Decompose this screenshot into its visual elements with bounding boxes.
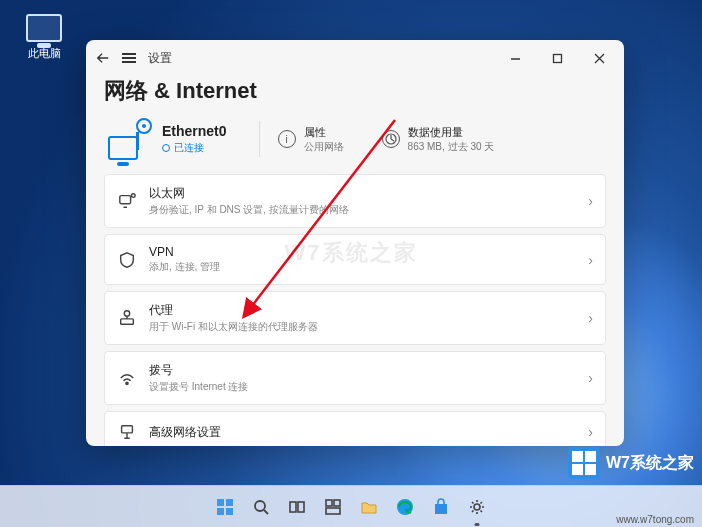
item-subtitle: 身份验证, IP 和 DNS 设置, 按流量计费的网络	[149, 203, 576, 217]
svg-rect-12	[226, 508, 233, 515]
desktop-icon-this-pc[interactable]: 此电脑	[14, 14, 74, 61]
item-proxy[interactable]: 代理用于 Wi-Fi 和以太网连接的代理服务器 ›	[104, 291, 606, 345]
svg-point-3	[132, 194, 136, 198]
search-button[interactable]	[246, 492, 276, 522]
close-button[interactable]	[578, 43, 620, 73]
svg-rect-10	[226, 499, 233, 506]
connection-status: 已连接	[162, 141, 227, 155]
data-usage-title: 数据使用量	[408, 125, 495, 140]
svg-rect-14	[290, 502, 296, 512]
widgets-button[interactable]	[318, 492, 348, 522]
desktop-icon-label: 此电脑	[14, 46, 74, 61]
settings-window: 设置 网络 & Internet Ethernet0 已连接 i 属性 公用网络	[86, 40, 624, 446]
window-title: 设置	[148, 50, 172, 67]
data-usage-subtitle: 863 MB, 过去 30 天	[408, 140, 495, 154]
connection-name: Ethernet0	[162, 123, 227, 139]
chevron-right-icon: ›	[588, 370, 593, 386]
svg-rect-7	[122, 426, 133, 433]
item-vpn[interactable]: VPN添加, 连接, 管理 ›	[104, 234, 606, 285]
watermark-url: www.w7tong.com	[616, 514, 694, 525]
info-icon: i	[278, 130, 296, 148]
ethernet-port-icon	[117, 191, 137, 211]
taskbar	[0, 485, 702, 527]
data-usage-icon	[382, 130, 400, 148]
advanced-icon	[117, 422, 137, 442]
item-title: 拨号	[149, 362, 576, 379]
explorer-button[interactable]	[354, 492, 384, 522]
item-title: 代理	[149, 302, 576, 319]
dialup-icon	[117, 368, 137, 388]
page-title: 网络 & Internet	[104, 76, 606, 106]
watermark: W7系统之家	[568, 447, 694, 479]
minimize-button[interactable]	[494, 43, 536, 73]
svg-rect-20	[435, 504, 447, 514]
svg-rect-2	[120, 196, 131, 204]
svg-rect-16	[326, 500, 332, 506]
item-title: VPN	[149, 245, 576, 259]
settings-list: 以太网身份验证, IP 和 DNS 设置, 按流量计费的网络 › VPN添加, …	[104, 174, 606, 446]
titlebar: 设置	[86, 40, 624, 76]
maximize-button[interactable]	[536, 43, 578, 73]
item-ethernet[interactable]: 以太网身份验证, IP 和 DNS 设置, 按流量计费的网络 ›	[104, 174, 606, 228]
data-usage-block[interactable]: 数据使用量 863 MB, 过去 30 天	[382, 125, 495, 154]
settings-taskbar-button[interactable]	[462, 492, 492, 522]
menu-button[interactable]	[122, 51, 136, 65]
item-subtitle: 用于 Wi-Fi 和以太网连接的代理服务器	[149, 320, 576, 334]
watermark-logo-icon	[568, 447, 600, 479]
item-title: 以太网	[149, 185, 576, 202]
svg-point-21	[474, 504, 480, 510]
start-button[interactable]	[210, 492, 240, 522]
chevron-right-icon: ›	[588, 193, 593, 209]
properties-title: 属性	[304, 125, 344, 140]
item-title: 高级网络设置	[149, 424, 576, 441]
svg-rect-9	[217, 499, 224, 506]
watermark-text: W7系统之家	[606, 453, 694, 474]
item-subtitle: 添加, 连接, 管理	[149, 260, 576, 274]
store-button[interactable]	[426, 492, 456, 522]
chevron-right-icon: ›	[588, 424, 593, 440]
ethernet-icon	[104, 118, 152, 160]
task-view-button[interactable]	[282, 492, 312, 522]
properties-block[interactable]: i 属性 公用网络	[278, 125, 344, 154]
item-dialup[interactable]: 拨号设置拨号 Internet 连接 ›	[104, 351, 606, 405]
computer-icon	[26, 14, 62, 42]
svg-point-6	[126, 382, 128, 384]
item-subtitle: 设置拨号 Internet 连接	[149, 380, 576, 394]
svg-rect-4	[121, 319, 134, 324]
chevron-right-icon: ›	[588, 310, 593, 326]
svg-rect-17	[334, 500, 340, 506]
svg-rect-15	[298, 502, 304, 512]
shield-icon	[117, 250, 137, 270]
svg-rect-18	[326, 508, 340, 514]
svg-rect-0	[553, 54, 561, 62]
svg-rect-11	[217, 508, 224, 515]
connection-status-row: Ethernet0 已连接 i 属性 公用网络 数据使用量 863 MB, 过去…	[104, 118, 606, 160]
proxy-icon	[117, 308, 137, 328]
back-button[interactable]	[96, 51, 110, 65]
svg-point-13	[255, 501, 265, 511]
chevron-right-icon: ›	[588, 252, 593, 268]
divider	[259, 121, 260, 157]
edge-button[interactable]	[390, 492, 420, 522]
properties-subtitle: 公用网络	[304, 140, 344, 154]
svg-point-5	[124, 311, 129, 316]
item-advanced[interactable]: 高级网络设置 ›	[104, 411, 606, 446]
